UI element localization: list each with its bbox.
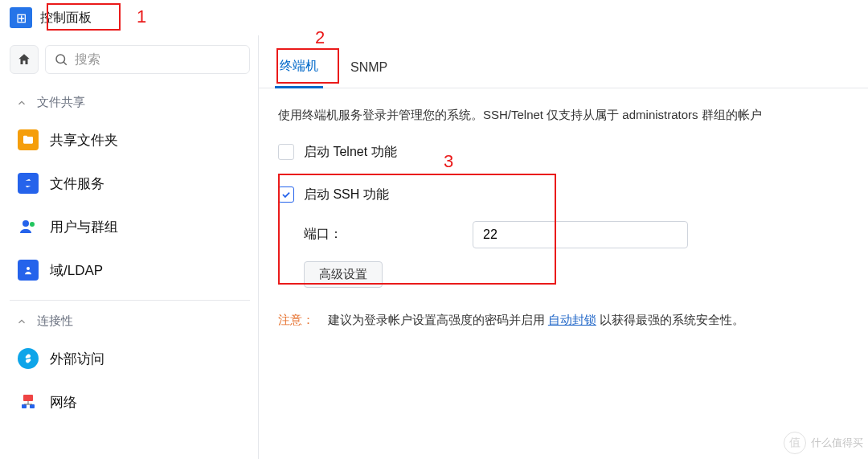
port-input[interactable] xyxy=(473,221,688,248)
section-label-connectivity: 连接性 xyxy=(37,314,73,329)
sidebar-item-network[interactable]: 网络 xyxy=(10,380,250,424)
users-icon xyxy=(18,216,39,237)
control-panel-icon xyxy=(10,7,32,28)
divider xyxy=(10,300,250,301)
folder-icon xyxy=(18,129,39,150)
tab-bar: 终端机 SNMP xyxy=(259,50,868,88)
sidebar-item-label: 域/LDAP xyxy=(50,261,103,280)
telnet-checkbox[interactable] xyxy=(278,144,294,160)
svg-point-3 xyxy=(30,222,35,227)
note-row: 注意： 建议为登录帐户设置高强度的密码并启用 自动封锁 以获得最强的系统安全性。 xyxy=(278,310,849,330)
search-icon xyxy=(54,52,68,67)
sidebar-item-label: 网络 xyxy=(50,393,77,412)
section-label-file-sharing: 文件共享 xyxy=(37,95,85,110)
watermark-text: 什么值得买 xyxy=(811,436,863,450)
swap-icon xyxy=(18,173,39,194)
window-title: 控制面板 xyxy=(40,10,92,27)
description-text: 使用终端机服务登录并管理您的系统。SSH/Telnet 仅支持从属于 admin… xyxy=(278,106,849,125)
note-text-before: 建议为登录帐户设置高强度的密码并启用 xyxy=(328,313,548,326)
sidebar-item-external-access[interactable]: 外部访问 xyxy=(10,337,250,380)
home-button[interactable] xyxy=(10,45,39,74)
svg-rect-5 xyxy=(23,395,33,401)
svg-point-2 xyxy=(23,220,29,227)
home-icon xyxy=(17,52,31,67)
search-box[interactable] xyxy=(45,45,250,74)
tab-terminal[interactable]: 终端机 xyxy=(275,50,323,88)
svg-line-1 xyxy=(63,62,67,65)
link-icon xyxy=(18,348,39,369)
chevron-up-icon xyxy=(14,314,29,329)
note-label: 注意： xyxy=(278,313,314,326)
sidebar-item-domain-ldap[interactable]: 域/LDAP xyxy=(10,248,250,292)
auto-block-link[interactable]: 自动封锁 xyxy=(548,313,596,326)
watermark-icon: 值 xyxy=(784,432,806,454)
sidebar-item-label: 外部访问 xyxy=(50,350,104,368)
svg-rect-7 xyxy=(30,404,35,408)
search-input[interactable] xyxy=(75,52,241,67)
telnet-checkbox-row: 启动 Telnet 功能 xyxy=(278,139,849,166)
network-icon xyxy=(18,391,39,412)
svg-point-0 xyxy=(56,55,65,64)
sidebar-item-shared-folder[interactable]: 共享文件夹 xyxy=(10,118,250,162)
section-header-file-sharing[interactable]: 文件共享 xyxy=(10,88,250,118)
sidebar-item-label: 共享文件夹 xyxy=(50,131,118,150)
ssh-checkbox-row: 启动 SSH 功能 xyxy=(278,182,849,208)
advanced-settings-button[interactable]: 高级设置 xyxy=(304,261,383,288)
sidebar-item-users-groups[interactable]: 用户与群组 xyxy=(10,205,250,248)
sidebar-item-label: 文件服务 xyxy=(50,174,104,193)
chevron-up-icon xyxy=(14,96,29,110)
telnet-label: 启动 Telnet 功能 xyxy=(304,144,397,161)
sidebar-item-label: 用户与群组 xyxy=(50,218,118,236)
port-label: 端口： xyxy=(304,226,465,243)
svg-point-4 xyxy=(27,267,30,270)
watermark: 值 什么值得买 xyxy=(784,432,863,454)
window-titlebar: 控制面板 xyxy=(0,0,868,35)
address-book-icon xyxy=(18,260,39,281)
sidebar: 文件共享 共享文件夹 文件服务 用户与群组 域/LDAP xyxy=(0,35,259,459)
tab-snmp[interactable]: SNMP xyxy=(346,52,392,88)
sidebar-item-file-services[interactable]: 文件服务 xyxy=(10,162,250,205)
svg-rect-6 xyxy=(22,404,27,408)
port-row: 端口： xyxy=(304,221,849,248)
tab-content: 使用终端机服务登录并管理您的系统。SSH/Telnet 仅支持从属于 admin… xyxy=(259,88,868,347)
main-panel: 终端机 SNMP 使用终端机服务登录并管理您的系统。SSH/Telnet 仅支持… xyxy=(259,35,868,459)
section-header-connectivity[interactable]: 连接性 xyxy=(10,307,250,337)
ssh-checkbox[interactable] xyxy=(278,186,294,203)
note-text-after: 以获得最强的系统安全性。 xyxy=(600,313,744,326)
ssh-label: 启动 SSH 功能 xyxy=(304,186,389,203)
